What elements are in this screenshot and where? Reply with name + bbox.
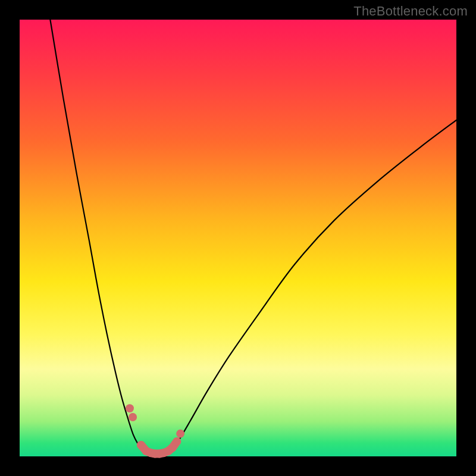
chart-svg — [20, 20, 456, 456]
marker-point — [129, 413, 137, 421]
curve-group — [50, 20, 456, 456]
curve-left-branch — [50, 20, 146, 454]
chart-frame: TheBottleneck.com — [0, 0, 476, 476]
marker-point — [173, 437, 181, 446]
curve-right-branch — [168, 120, 456, 455]
marker-group — [126, 404, 184, 458]
watermark-text: TheBottleneck.com — [353, 4, 468, 19]
marker-point — [176, 430, 184, 438]
marker-point — [126, 404, 134, 412]
